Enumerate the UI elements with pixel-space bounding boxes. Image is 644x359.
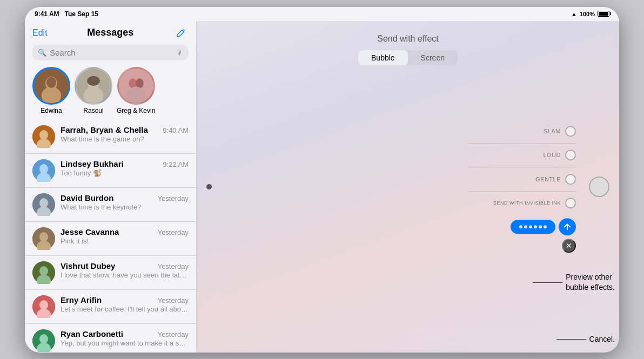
avatar <box>32 227 55 250</box>
effect-label-loud: LOUD <box>543 152 561 158</box>
pinned-contact-edwina[interactable]: Edwina <box>32 67 70 114</box>
svg-point-13 <box>39 130 48 140</box>
mic-icon: 🎙 <box>176 49 183 57</box>
cancel-icon: ✕ <box>566 241 572 250</box>
list-item[interactable]: David Burdon Yesterday What time is the … <box>25 188 196 222</box>
pinned-avatar-rasoul <box>75 67 112 105</box>
send-button[interactable] <box>559 218 576 235</box>
pinned-name-greg: Greg & Kevin <box>117 107 155 114</box>
search-input[interactable] <box>50 48 173 57</box>
message-time: 9:22 AM <box>163 160 189 168</box>
battery-label: 100% <box>580 11 595 17</box>
contact-name: Ryan Carbonetti <box>61 329 123 338</box>
message-preview: Too funny 🐒 <box>61 169 189 177</box>
main-content: Edit Messages 🔍 🎙 <box>25 21 619 353</box>
svg-point-28 <box>39 300 48 310</box>
effect-divider <box>468 191 576 192</box>
effect-option-invisible-ink[interactable]: SEND WITH INVISIBLE INK <box>493 192 576 214</box>
message-content: Erny Arifin Yesterday Let's meet for cof… <box>61 295 189 313</box>
message-preview: Let's meet for coffee. I'll tell you all… <box>61 305 189 313</box>
message-content: Jesse Cavanna Yesterday Pink it is! <box>61 227 189 245</box>
message-content: Lindsey Bukhari 9:22 AM Too funny 🐒 <box>61 159 189 177</box>
effect-title: Send with effect <box>197 34 619 44</box>
message-content: Vishrut Dubey Yesterday I love that show… <box>61 261 189 279</box>
effect-option-gentle[interactable]: GENTLE <box>535 168 576 190</box>
avatar <box>32 329 55 352</box>
message-preview: What time is the keynote? <box>61 203 189 211</box>
pinned-avatar-greg <box>117 67 155 105</box>
battery-icon <box>598 11 609 17</box>
contact-name: Farrah, Bryan & Chella <box>61 125 148 134</box>
contact-name: Vishrut Dubey <box>61 261 115 270</box>
effect-option-slam[interactable]: SLAM <box>544 120 576 142</box>
compose-button[interactable] <box>173 25 189 40</box>
annotation-preview: Preview otherbubble effects. <box>533 272 615 293</box>
effect-divider <box>468 167 576 167</box>
annotation-line-1 <box>533 282 562 283</box>
message-content: David Burdon Yesterday What time is the … <box>61 193 189 211</box>
effects-sidebar: SLAM LOUD GENTLE SEND WITH INVISIBLE INK <box>468 120 576 253</box>
svg-point-11 <box>126 86 146 104</box>
avatar <box>32 261 55 284</box>
message-preview: I love that show, have you seen the late… <box>61 271 189 279</box>
effect-divider <box>468 143 576 144</box>
effect-option-loud[interactable]: LOUD <box>543 144 576 166</box>
message-time: Yesterday <box>158 296 189 304</box>
sidebar-title: Messages <box>48 27 173 38</box>
pinned-name-edwina: Edwina <box>41 107 62 114</box>
effect-label-invisible-ink: SEND WITH INVISIBLE INK <box>493 200 561 206</box>
status-bar: 9:41 AM Tue Sep 15 ▲ 100% <box>25 7 619 21</box>
list-item[interactable]: Erny Arifin Yesterday Let's meet for cof… <box>25 290 196 324</box>
search-icon: 🔍 <box>38 49 46 57</box>
annotation-text-cancel: Cancel. <box>589 334 615 345</box>
effect-radio-loud[interactable] <box>565 150 576 160</box>
right-panel: Send with effect Bubble Screen SLAM LOUD <box>197 21 619 353</box>
effect-label-gentle: GENTLE <box>535 176 561 182</box>
message-time: Yesterday <box>158 262 189 270</box>
annotation-line-2 <box>556 339 586 340</box>
svg-point-31 <box>39 334 48 344</box>
search-bar[interactable]: 🔍 🎙 <box>32 45 189 60</box>
home-button[interactable] <box>589 177 609 197</box>
effect-header: Send with effect Bubble Screen <box>197 21 619 72</box>
list-item[interactable]: Lindsey Bukhari 9:22 AM Too funny 🐒 <box>25 154 196 188</box>
sidebar-header: Edit Messages <box>25 21 196 44</box>
message-preview: Pink it is! <box>61 237 189 245</box>
message-time: Yesterday <box>158 228 189 236</box>
tab-bubble[interactable]: Bubble <box>358 50 408 65</box>
avatar <box>32 159 55 182</box>
svg-point-2 <box>42 86 62 104</box>
message-list: Farrah, Bryan & Chella 9:40 AM What time… <box>25 120 196 353</box>
pinned-contact-rasoul[interactable]: Rasoul <box>75 67 112 114</box>
message-preview: Yep, but you might want to make it a sur… <box>61 339 189 347</box>
list-item[interactable]: Farrah, Bryan & Chella 9:40 AM What time… <box>25 120 196 154</box>
contact-name: David Burdon <box>61 193 113 202</box>
tab-screen[interactable]: Screen <box>408 50 458 65</box>
pinned-contact-greg[interactable]: Greg & Kevin <box>117 67 155 114</box>
bubble-text-dots <box>519 225 547 228</box>
svg-point-22 <box>39 232 48 242</box>
annotation-text-preview: Preview otherbubble effects. <box>566 272 615 293</box>
effect-radio-slam[interactable] <box>565 126 576 137</box>
list-item[interactable]: Jesse Cavanna Yesterday Pink it is! <box>25 222 196 256</box>
message-bubble <box>511 220 555 234</box>
message-preview: What time is the game on? <box>61 135 189 143</box>
message-time: Yesterday <box>158 330 189 338</box>
status-right: ▲ 100% <box>571 11 609 17</box>
list-item[interactable]: Vishrut Dubey Yesterday I love that show… <box>25 256 196 290</box>
avatar <box>32 295 55 318</box>
effect-radio-gentle[interactable] <box>565 174 576 185</box>
pinned-contacts: Edwina Rasoul <box>25 65 196 120</box>
sidebar: Edit Messages 🔍 🎙 <box>25 21 197 353</box>
avatar <box>32 193 55 216</box>
effect-radio-invisible-ink[interactable] <box>565 198 576 208</box>
list-item[interactable]: Ryan Carbonetti Yesterday Yep, but you m… <box>25 324 196 353</box>
message-time: Yesterday <box>158 194 189 202</box>
pinned-name-rasoul: Rasoul <box>83 107 103 114</box>
edit-button[interactable]: Edit <box>32 28 48 38</box>
pinned-avatar-edwina <box>32 67 70 105</box>
cancel-button[interactable]: ✕ <box>562 239 576 253</box>
message-time: 9:40 AM <box>163 126 189 134</box>
contact-name: Lindsey Bukhari <box>61 159 124 168</box>
svg-point-10 <box>136 78 144 88</box>
